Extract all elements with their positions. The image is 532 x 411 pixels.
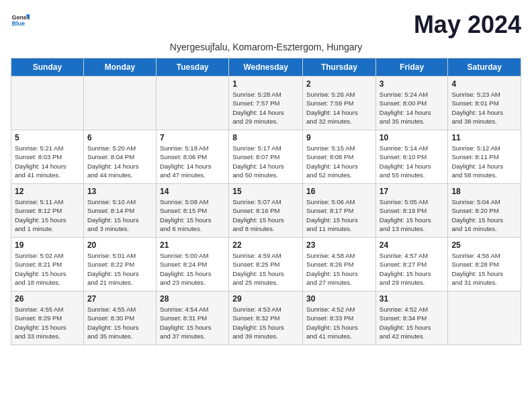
calendar-cell — [11, 77, 84, 130]
day-number: 30 — [306, 294, 372, 304]
calendar-cell: 4Sunrise: 5:23 AM Sunset: 8:01 PM Daylig… — [448, 77, 521, 130]
day-info: Sunrise: 4:52 AM Sunset: 8:33 PM Dayligh… — [306, 305, 372, 340]
column-header-wednesday: Wednesday — [229, 58, 303, 77]
day-number: 10 — [380, 133, 445, 142]
column-header-tuesday: Tuesday — [156, 58, 228, 77]
calendar-cell: 6Sunrise: 5:20 AM Sunset: 8:04 PM Daylig… — [83, 130, 156, 184]
day-number: 6 — [87, 133, 152, 142]
day-info: Sunrise: 5:12 AM Sunset: 8:11 PM Dayligh… — [451, 144, 517, 179]
day-info: Sunrise: 4:55 AM Sunset: 8:29 PM Dayligh… — [15, 305, 80, 340]
calendar-cell: 20Sunrise: 5:01 AM Sunset: 8:22 PM Dayli… — [83, 238, 156, 291]
calendar-cell: 18Sunrise: 5:04 AM Sunset: 8:20 PM Dayli… — [448, 184, 521, 238]
day-number: 17 — [380, 187, 445, 196]
day-number: 11 — [451, 133, 517, 142]
calendar-cell: 14Sunrise: 5:08 AM Sunset: 8:15 PM Dayli… — [156, 184, 228, 238]
column-header-thursday: Thursday — [303, 58, 376, 77]
day-number: 15 — [232, 187, 299, 196]
day-info: Sunrise: 4:55 AM Sunset: 8:30 PM Dayligh… — [87, 305, 152, 340]
day-number: 22 — [232, 240, 299, 250]
logo-icon: General Blue — [11, 11, 30, 30]
calendar-cell: 22Sunrise: 4:59 AM Sunset: 8:25 PM Dayli… — [229, 238, 303, 291]
logo: General Blue — [11, 11, 30, 30]
subtitle: Nyergesujfalu, Komarom-Esztergom, Hungar… — [11, 42, 521, 52]
calendar-cell: 7Sunrise: 5:18 AM Sunset: 8:06 PM Daylig… — [156, 130, 228, 184]
column-header-monday: Monday — [83, 58, 156, 77]
day-info: Sunrise: 5:02 AM Sunset: 8:21 PM Dayligh… — [15, 251, 80, 287]
day-number: 16 — [306, 187, 372, 196]
day-info: Sunrise: 5:26 AM Sunset: 7:59 PM Dayligh… — [306, 90, 372, 126]
svg-text:Blue: Blue — [11, 20, 25, 27]
calendar-cell: 1Sunrise: 5:28 AM Sunset: 7:57 PM Daylig… — [229, 77, 303, 130]
day-number: 13 — [87, 187, 152, 196]
day-info: Sunrise: 5:06 AM Sunset: 8:17 PM Dayligh… — [306, 197, 372, 233]
day-number: 29 — [232, 294, 299, 304]
calendar-cell: 19Sunrise: 5:02 AM Sunset: 8:21 PM Dayli… — [11, 238, 84, 291]
calendar-cell: 17Sunrise: 5:05 AM Sunset: 8:19 PM Dayli… — [375, 184, 448, 238]
calendar-cell: 25Sunrise: 4:56 AM Sunset: 8:28 PM Dayli… — [448, 238, 521, 291]
calendar-cell: 13Sunrise: 5:10 AM Sunset: 8:14 PM Dayli… — [83, 184, 156, 238]
day-number: 26 — [15, 294, 80, 304]
calendar-cell: 27Sunrise: 4:55 AM Sunset: 8:30 PM Dayli… — [83, 291, 156, 345]
calendar-cell: 2Sunrise: 5:26 AM Sunset: 7:59 PM Daylig… — [303, 77, 376, 130]
day-info: Sunrise: 5:28 AM Sunset: 7:57 PM Dayligh… — [232, 90, 299, 126]
day-info: Sunrise: 5:24 AM Sunset: 8:00 PM Dayligh… — [380, 90, 445, 126]
calendar-cell: 23Sunrise: 4:58 AM Sunset: 8:26 PM Dayli… — [303, 238, 376, 291]
day-info: Sunrise: 5:04 AM Sunset: 8:20 PM Dayligh… — [451, 197, 517, 233]
day-info: Sunrise: 4:53 AM Sunset: 8:32 PM Dayligh… — [232, 305, 299, 340]
day-number: 31 — [380, 294, 445, 304]
day-info: Sunrise: 5:08 AM Sunset: 8:15 PM Dayligh… — [160, 197, 225, 233]
calendar-cell: 8Sunrise: 5:17 AM Sunset: 8:07 PM Daylig… — [229, 130, 303, 184]
calendar-cell: 28Sunrise: 4:54 AM Sunset: 8:31 PM Dayli… — [156, 291, 228, 345]
column-header-sunday: Sunday — [11, 58, 84, 77]
calendar-cell: 3Sunrise: 5:24 AM Sunset: 8:00 PM Daylig… — [375, 77, 448, 130]
day-number: 4 — [451, 79, 517, 89]
calendar-cell — [156, 77, 228, 130]
day-info: Sunrise: 5:14 AM Sunset: 8:10 PM Dayligh… — [380, 144, 445, 179]
day-number: 23 — [306, 240, 372, 250]
day-number: 27 — [87, 294, 152, 304]
day-info: Sunrise: 4:56 AM Sunset: 8:28 PM Dayligh… — [451, 251, 517, 287]
calendar-cell — [83, 77, 156, 130]
day-info: Sunrise: 5:23 AM Sunset: 8:01 PM Dayligh… — [451, 90, 517, 126]
calendar-cell: 15Sunrise: 5:07 AM Sunset: 8:16 PM Dayli… — [229, 184, 303, 238]
calendar-cell: 31Sunrise: 4:52 AM Sunset: 8:34 PM Dayli… — [375, 291, 448, 345]
column-header-saturday: Saturday — [448, 58, 521, 77]
day-number: 14 — [160, 187, 225, 196]
calendar-cell — [448, 291, 521, 345]
calendar-cell: 21Sunrise: 5:00 AM Sunset: 8:24 PM Dayli… — [156, 238, 228, 291]
day-info: Sunrise: 5:20 AM Sunset: 8:04 PM Dayligh… — [87, 144, 152, 179]
day-number: 5 — [15, 133, 80, 142]
day-number: 9 — [306, 133, 372, 142]
day-info: Sunrise: 5:11 AM Sunset: 8:12 PM Dayligh… — [15, 197, 80, 233]
calendar-cell: 10Sunrise: 5:14 AM Sunset: 8:10 PM Dayli… — [375, 130, 448, 184]
day-info: Sunrise: 5:17 AM Sunset: 8:07 PM Dayligh… — [232, 144, 299, 179]
day-info: Sunrise: 5:00 AM Sunset: 8:24 PM Dayligh… — [160, 251, 225, 287]
day-number: 20 — [87, 240, 152, 250]
calendar-cell: 26Sunrise: 4:55 AM Sunset: 8:29 PM Dayli… — [11, 291, 84, 345]
day-number: 2 — [306, 79, 372, 89]
day-info: Sunrise: 5:01 AM Sunset: 8:22 PM Dayligh… — [87, 251, 152, 287]
day-info: Sunrise: 5:07 AM Sunset: 8:16 PM Dayligh… — [232, 197, 299, 233]
day-number: 3 — [380, 79, 445, 89]
day-info: Sunrise: 5:10 AM Sunset: 8:14 PM Dayligh… — [87, 197, 152, 233]
day-number: 18 — [451, 187, 517, 196]
day-info: Sunrise: 4:58 AM Sunset: 8:26 PM Dayligh… — [306, 251, 372, 287]
calendar-cell: 9Sunrise: 5:15 AM Sunset: 8:08 PM Daylig… — [303, 130, 376, 184]
day-number: 19 — [15, 240, 80, 250]
day-info: Sunrise: 4:52 AM Sunset: 8:34 PM Dayligh… — [380, 305, 445, 340]
day-number: 25 — [451, 240, 517, 250]
day-number: 1 — [232, 79, 299, 89]
day-number: 21 — [160, 240, 225, 250]
calendar-table: SundayMondayTuesdayWednesdayThursdayFrid… — [11, 58, 521, 345]
calendar-cell: 30Sunrise: 4:52 AM Sunset: 8:33 PM Dayli… — [303, 291, 376, 345]
calendar-cell: 24Sunrise: 4:57 AM Sunset: 8:27 PM Dayli… — [375, 238, 448, 291]
column-header-friday: Friday — [375, 58, 448, 77]
calendar-cell: 16Sunrise: 5:06 AM Sunset: 8:17 PM Dayli… — [303, 184, 376, 238]
month-title: May 2024 — [414, 11, 521, 39]
day-info: Sunrise: 5:18 AM Sunset: 8:06 PM Dayligh… — [160, 144, 225, 179]
day-number: 7 — [160, 133, 225, 142]
day-info: Sunrise: 5:15 AM Sunset: 8:08 PM Dayligh… — [306, 144, 372, 179]
calendar-cell: 11Sunrise: 5:12 AM Sunset: 8:11 PM Dayli… — [448, 130, 521, 184]
day-info: Sunrise: 5:21 AM Sunset: 8:03 PM Dayligh… — [15, 144, 80, 179]
calendar-cell: 12Sunrise: 5:11 AM Sunset: 8:12 PM Dayli… — [11, 184, 84, 238]
